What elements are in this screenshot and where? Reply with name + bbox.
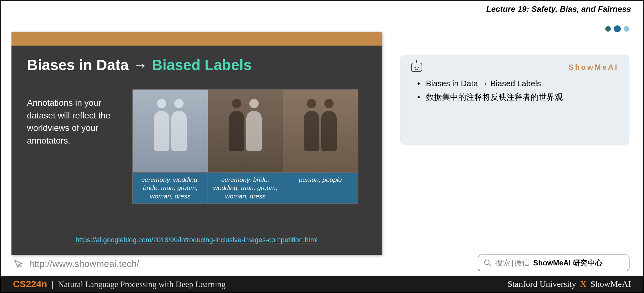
slide-body: Annotations in your dataset will reflect… — [11, 83, 382, 204]
example-photo-3 — [283, 90, 358, 172]
partner-name: ShowMeAI — [590, 279, 631, 289]
example-photo-1 — [133, 90, 208, 172]
dot-icon — [624, 26, 629, 32]
notes-item: 数据集中的注释将反映注释者的世界观 — [417, 90, 619, 104]
svg-line-1 — [488, 264, 491, 266]
svg-point-0 — [484, 260, 489, 264]
footer-url: http://www.showmeai.tech/ — [13, 259, 139, 269]
slide-title: Biases in Data → Biased Labels — [11, 46, 382, 83]
presentation-slide: Biases in Data → Biased Labels Annotatio… — [11, 32, 382, 255]
label-cell-1: ceremony, wedding, bride, man, groom, wo… — [133, 173, 208, 203]
slide-title-part2: Biased Labels — [152, 57, 252, 73]
notes-panel: ShowMeAI Biases in Data → Biased Labels … — [400, 55, 629, 145]
bottom-left: CS224n | Natural Language Processing wit… — [13, 279, 226, 289]
search-hint: 搜索|微信 — [495, 258, 529, 268]
label-cell-2: ceremony, bride, wedding, man, groom, wo… — [208, 173, 283, 203]
dot-icon — [614, 25, 621, 32]
cursor-icon — [13, 259, 24, 269]
collab-x: X — [580, 279, 586, 289]
label-row: ceremony, wedding, bride, man, groom, wo… — [132, 173, 358, 204]
search-icon — [484, 259, 492, 267]
bottom-bar: CS224n | Natural Language Processing wit… — [1, 276, 643, 292]
slide-body-text: Annotations in your dataset will reflect… — [27, 89, 123, 204]
robot-icon — [411, 63, 422, 72]
university-name: Stanford University — [507, 279, 576, 289]
decorative-dots — [605, 25, 629, 32]
notes-list: Biases in Data → Biased Labels 数据集中的注释将反… — [411, 77, 619, 104]
slide-source-link: https://ai.googleblog.com/2018/09/introd… — [11, 236, 382, 244]
notes-item: Biases in Data → Biased Labels — [417, 77, 619, 90]
example-photo-2 — [208, 90, 283, 172]
lecture-title: Lecture 19: Safety, Bias, and Fairness — [486, 4, 631, 14]
footer-url-text: http://www.showmeai.tech/ — [29, 259, 139, 269]
notes-brand-label: ShowMeAI — [569, 63, 619, 72]
notes-header: ShowMeAI — [411, 63, 619, 72]
search-bar[interactable]: 搜索|微信 ShowMeAI 研究中心 — [478, 255, 629, 271]
photo-row — [132, 89, 358, 173]
label-cell-3: person, people — [283, 173, 358, 203]
course-separator: | — [51, 279, 54, 289]
slide-accent-bar — [11, 32, 382, 46]
slide-title-part1: Biases in Data → — [27, 57, 152, 73]
search-brand: ShowMeAI 研究中心 — [533, 258, 602, 268]
source-url-link[interactable]: https://ai.googleblog.com/2018/09/introd… — [76, 236, 318, 244]
slide-figure: ceremony, wedding, bride, man, groom, wo… — [132, 89, 358, 204]
dot-icon — [605, 26, 611, 32]
course-name: Natural Language Processing with Deep Le… — [58, 280, 226, 289]
bottom-right: Stanford University X ShowMeAI — [507, 279, 631, 289]
course-code: CS224n — [13, 279, 47, 289]
page-frame: Lecture 19: Safety, Bias, and Fairness B… — [0, 0, 644, 293]
